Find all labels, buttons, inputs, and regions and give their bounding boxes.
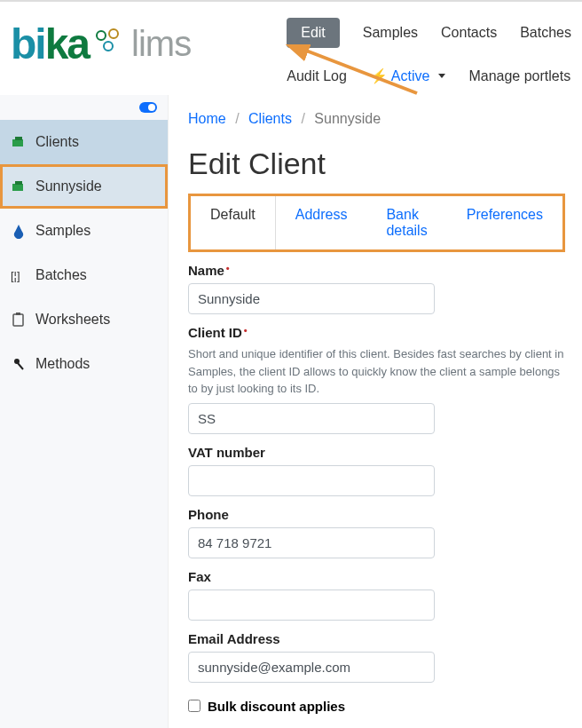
batches-icon: [¦] [11,267,27,283]
sidebar: Clients Sunnyside Samples [¦] Batches Wo… [0,95,169,728]
label-email: Email Address [188,631,570,646]
label-fax: Fax [188,569,570,584]
nav-contacts[interactable]: Contacts [441,25,497,41]
label-vat: VAT number [188,445,570,460]
nav-audit-log[interactable]: Audit Log [287,68,347,84]
field-fax: Fax [188,569,570,621]
breadcrumb-sep: / [301,111,304,126]
field-client-id: Client ID• Short and unique identifier o… [188,325,570,434]
main-content: Home / Clients / Sunnyside Edit Client D… [169,95,582,728]
svg-rect-8 [13,314,23,326]
field-bulk-discount: Bulk discount applies [188,699,582,714]
sidebar-item-methods[interactable]: Methods [0,342,168,386]
page-title: Edit Client [188,146,582,181]
input-email[interactable] [188,652,435,683]
drop-icon [11,223,27,239]
sidebar-item-sunnyside[interactable]: Sunnyside [0,164,168,209]
nav-batches[interactable]: Batches [520,25,571,41]
svg-rect-5 [12,184,23,191]
nav-manage-portlets[interactable]: Manage portlets [468,68,570,84]
nav-active-dropdown[interactable]: ⚡ Active [370,67,446,84]
sidebar-item-label: Clients [35,134,79,150]
layout: Clients Sunnyside Samples [¦] Batches Wo… [0,95,582,728]
sidebar-item-label: Sunnyside [35,178,102,194]
svg-rect-3 [12,139,23,146]
field-phone: Phone [188,507,570,558]
logo[interactable]: bika lims [11,9,191,68]
nav-wrap: Edit Samples Contacts Batches Audit Log … [287,9,571,95]
sidebar-item-label: Samples [35,223,90,239]
svg-text:[¦]: [¦] [11,269,20,282]
chevron-down-icon [438,74,445,78]
logo-lims: lims [131,24,191,64]
pin-icon [11,356,27,372]
help-client-id: Short and unique identifier of this clie… [188,345,570,398]
sidebar-item-samples[interactable]: Samples [0,209,168,253]
field-email: Email Address [188,631,570,683]
input-client-id[interactable] [188,403,435,434]
required-marker: • [244,325,248,336]
header: bika lims Edit Samples Contacts Batches … [0,2,582,95]
svg-rect-4 [15,137,22,140]
sidebar-toggle-row [0,95,168,120]
breadcrumb-clients[interactable]: Clients [248,111,292,126]
required-marker: • [226,263,230,273]
nav-edit[interactable]: Edit [287,18,340,48]
field-vat: VAT number [188,445,570,496]
label-name-text: Name [188,263,224,278]
bolt-icon: ⚡ [370,67,388,84]
sidebar-item-label: Methods [35,356,90,372]
sidebar-item-clients[interactable]: Clients [0,120,168,164]
input-fax[interactable] [188,590,435,621]
label-name: Name• [188,263,570,278]
svg-rect-6 [15,181,22,185]
tab-preferences[interactable]: Preferences [447,196,562,249]
sidebar-item-label: Batches [35,267,87,283]
tab-address[interactable]: Address [276,196,367,249]
nav-row-2: Audit Log ⚡ Active Manage portlets [287,59,571,95]
checkbox-bulk-discount[interactable] [188,700,201,712]
sidebar-item-batches[interactable]: [¦] Batches [0,253,168,297]
breadcrumb-sep: / [235,111,239,126]
tab-bank-details[interactable]: Bank details [366,196,446,249]
form-tabs: Default Address Bank details Preferences [188,194,565,252]
clients-icon [11,134,27,150]
label-bulk-discount: Bulk discount applies [208,699,345,714]
sidebar-item-worksheets[interactable]: Worksheets [0,297,168,342]
label-phone: Phone [188,507,570,522]
nav-row-1: Edit Samples Contacts Batches [287,9,571,59]
svg-rect-9 [16,313,20,315]
clipboard-icon [11,312,27,328]
input-vat[interactable] [188,465,435,496]
gear-icon [92,25,128,64]
client-icon [11,178,27,194]
breadcrumb: Home / Clients / Sunnyside [188,111,582,127]
label-client-id: Client ID• [188,325,570,340]
svg-point-0 [97,31,106,40]
sidebar-item-label: Worksheets [35,312,110,328]
svg-point-2 [104,42,113,51]
nav-active-label: Active [391,68,430,84]
input-name[interactable] [188,283,435,314]
logo-bika: bika [11,20,89,68]
input-phone[interactable] [188,527,435,558]
svg-point-1 [109,29,118,38]
breadcrumb-current: Sunnyside [314,111,381,126]
label-client-id-text: Client ID [188,325,242,340]
sidebar-toggle[interactable] [139,102,157,113]
field-name: Name• [188,263,570,314]
nav-samples[interactable]: Samples [363,25,418,41]
tab-default[interactable]: Default [191,196,276,249]
svg-line-11 [18,363,23,369]
breadcrumb-home[interactable]: Home [188,111,226,126]
